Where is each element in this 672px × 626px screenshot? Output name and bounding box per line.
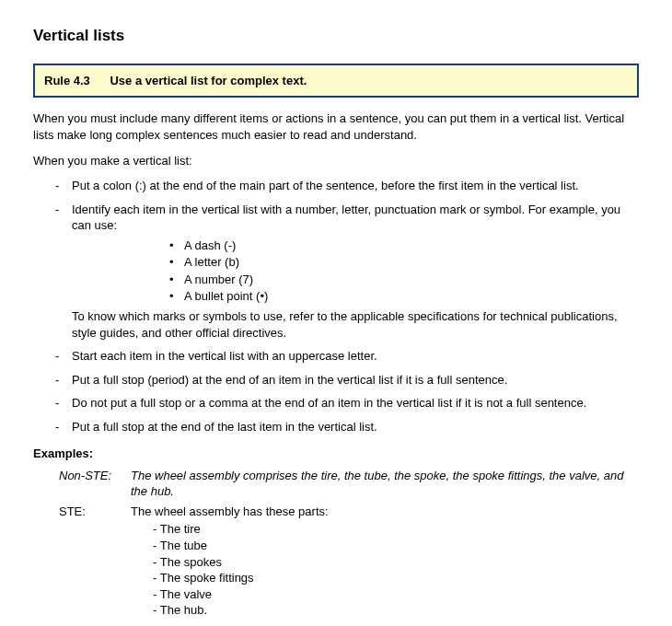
- ste-part-item: - The valve: [153, 586, 639, 603]
- list-item-text: Put a full stop at the end of the last i…: [72, 420, 377, 434]
- example-row-ste: STE: The wheel assembly has these parts:…: [33, 504, 639, 619]
- example-label: STE:: [59, 504, 131, 619]
- examples-heading: Examples:: [33, 446, 639, 462]
- list-item: Do not put a full stop or a comma at the…: [33, 395, 639, 412]
- intro-paragraph: When you must include many different ite…: [33, 110, 639, 143]
- ste-parts-list: - The tire - The tube - The spokes - The…: [131, 521, 639, 618]
- rule-box: Rule 4.3 Use a vertical list for complex…: [33, 64, 639, 99]
- list-item-text: Put a full stop (period) at the end of a…: [72, 373, 507, 387]
- list-item: Put a full stop at the end of the last i…: [33, 419, 639, 435]
- ste-part-item: - The tire: [153, 521, 639, 538]
- rule-label: Rule 4.3: [44, 74, 90, 87]
- section-title: Vertical lists: [33, 26, 639, 47]
- list-item-text: To know which marks or symbols to use, r…: [72, 309, 618, 340]
- list-item: Put a full stop (period) at the end of a…: [33, 372, 639, 388]
- ste-part-item: - The spoke fittings: [153, 570, 639, 586]
- sub-list-item: A letter (b): [72, 254, 639, 271]
- list-item-text: Start each item in the vertical list wit…: [72, 349, 377, 363]
- list-item-text: Identify each item in the vertical list …: [72, 203, 620, 233]
- lead-in-paragraph: When you make a vertical list:: [33, 153, 639, 169]
- list-item: Start each item in the vertical list wit…: [33, 348, 639, 365]
- sub-bullet-list: A dash (-) A letter (b) A number (7) A b…: [72, 238, 639, 305]
- sub-list-item: A dash (-): [72, 238, 639, 254]
- ste-part-item: - The spokes: [153, 554, 639, 571]
- example-row-nonste: Non-STE: The wheel assembly comprises th…: [33, 468, 639, 500]
- example-body: The wheel assembly comprises the tire, t…: [131, 468, 639, 500]
- list-item-text: Do not put a full stop or a comma at the…: [72, 396, 586, 410]
- ste-part-item: - The hub.: [153, 602, 639, 619]
- ste-intro: The wheel assembly has these parts:: [131, 504, 329, 518]
- rule-text: Use a vertical list for complex text.: [110, 74, 307, 87]
- list-item: Put a colon (:) at the end of the main p…: [33, 178, 639, 194]
- list-item-text: Put a colon (:) at the end of the main p…: [72, 179, 579, 192]
- example-body: The wheel assembly has these parts: - Th…: [131, 504, 639, 619]
- ste-part-item: - The tube: [153, 538, 639, 554]
- list-item: Identify each item in the vertical list …: [33, 202, 639, 341]
- sub-list-item: A number (7): [72, 272, 639, 288]
- sub-list-item: A bullet point (•): [72, 288, 639, 305]
- guideline-list: Put a colon (:) at the end of the main p…: [33, 178, 639, 435]
- example-label: Non-STE:: [59, 468, 131, 500]
